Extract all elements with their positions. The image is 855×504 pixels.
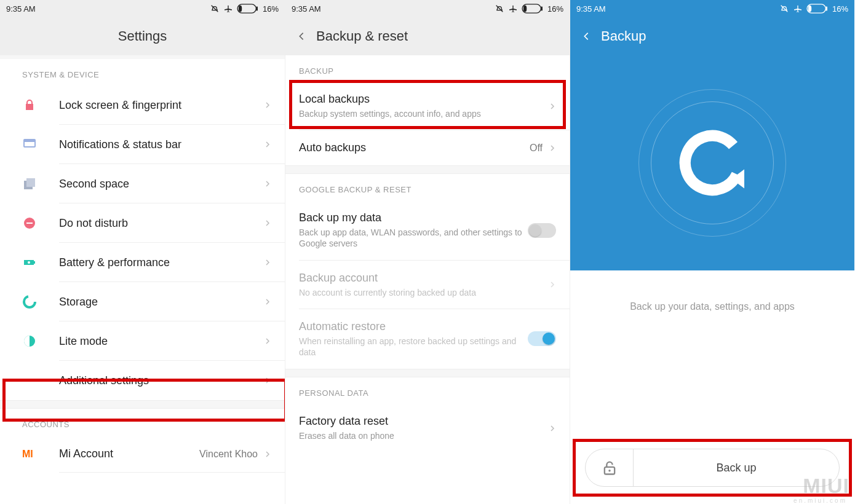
row-factory-reset[interactable]: Factory data reset Erases all data on ph… — [285, 404, 570, 452]
svg-rect-18 — [541, 6, 543, 10]
backup-button-label: Back up — [716, 462, 756, 474]
row-second-space[interactable]: Second space — [0, 164, 285, 203]
unlock-icon — [601, 459, 618, 476]
row-label: Battery & performance — [59, 256, 264, 269]
row-title: Automatic restore — [299, 320, 528, 333]
row-title: Auto backups — [299, 141, 530, 154]
row-additional-settings[interactable]: Additional settings — [0, 361, 285, 400]
chevron-right-icon — [264, 298, 271, 305]
row-local-backups[interactable]: Local backups Backup system settings, ac… — [285, 82, 570, 130]
row-dnd[interactable]: Do not disturb — [0, 203, 285, 243]
svg-rect-10 — [34, 261, 35, 264]
row-label: Notifications & status bar — [59, 138, 264, 151]
chevron-right-icon — [264, 141, 271, 148]
row-label: Second space — [59, 178, 264, 191]
gap — [0, 400, 285, 409]
svg-rect-8 — [26, 222, 33, 224]
svg-point-23 — [676, 127, 748, 199]
battery-icon — [806, 4, 829, 14]
backup-action-bar: Back up — [585, 449, 840, 487]
chevron-right-icon — [549, 144, 556, 152]
row-subtitle: Erases all data on phone — [299, 430, 549, 441]
row-lock-screen[interactable]: Lock screen & fingerprint — [0, 85, 285, 125]
status-right: 16% — [210, 4, 279, 14]
chevron-right-icon — [264, 180, 271, 187]
chevron-right-icon — [264, 219, 271, 227]
gap — [285, 165, 570, 174]
chevron-right-icon — [549, 281, 556, 288]
page-title: Settings — [118, 28, 167, 44]
screen-settings: 9:35 AM 16% Settings SYSTEM & DEVICE Loc… — [0, 0, 285, 504]
section-system-device: SYSTEM & DEVICE — [0, 59, 285, 85]
back-icon[interactable] — [296, 31, 306, 41]
svg-rect-1 — [256, 6, 258, 10]
row-value: Vincent Khoo — [199, 449, 258, 460]
statusbar: 9:35 AM 16% — [285, 0, 570, 17]
row-subtitle: Back up app data, WLAN passwords, and ot… — [299, 227, 528, 249]
row-backup-account[interactable]: Backup account No account is currently s… — [285, 261, 570, 309]
row-storage[interactable]: Storage — [0, 282, 285, 321]
backup-hero — [570, 55, 854, 270]
battery-icon — [522, 4, 544, 14]
backup-loop-icon — [672, 123, 752, 203]
row-title: Back up my data — [299, 211, 528, 224]
airplane-icon — [508, 4, 518, 14]
status-right: 16% — [779, 4, 848, 14]
svg-point-14 — [25, 379, 27, 382]
status-time: 9:35 AM — [6, 4, 36, 14]
page-title: Backup & reset — [316, 28, 408, 44]
chevron-right-icon — [264, 259, 271, 266]
status-time: 9:35 AM — [576, 4, 606, 14]
row-backup-my-data[interactable]: Back up my data Back up app data, WLAN p… — [285, 200, 570, 260]
airplane-icon — [793, 4, 803, 14]
row-title: Local backups — [299, 93, 549, 106]
svg-point-15 — [28, 379, 31, 382]
miui-watermark-sub: en.miui.com — [793, 497, 847, 504]
chevron-right-icon — [549, 425, 556, 432]
toggle-backup-my-data[interactable] — [528, 223, 556, 238]
back-icon[interactable] — [581, 31, 591, 41]
storage-icon — [22, 294, 37, 309]
row-label: Storage — [59, 296, 264, 309]
chevron-right-icon — [549, 103, 556, 110]
chevron-right-icon — [264, 101, 271, 109]
svg-point-16 — [32, 379, 34, 382]
alarm-off-icon — [495, 4, 504, 14]
row-lite-mode[interactable]: Lite mode — [0, 321, 285, 361]
row-subtitle: Backup system settings, account info, an… — [299, 108, 549, 119]
row-title: Factory data reset — [299, 415, 549, 428]
page-title: Backup — [601, 28, 646, 44]
miui-watermark: MIUI — [803, 474, 849, 498]
row-label: Do not disturb — [59, 217, 264, 230]
svg-rect-22 — [808, 6, 811, 12]
row-automatic-restore[interactable]: Automatic restore When reinstalling an a… — [285, 309, 570, 369]
row-auto-backups[interactable]: Auto backups Off — [285, 130, 570, 165]
row-subtitle: When reinstalling an app, restore backed… — [299, 336, 528, 358]
battery-icon — [22, 255, 37, 270]
alarm-off-icon — [779, 4, 789, 14]
lite-mode-icon — [22, 334, 37, 348]
section-backup: BACKUP — [285, 55, 570, 82]
row-label: Lock screen & fingerprint — [59, 99, 264, 112]
status-right: 16% — [495, 4, 563, 14]
row-title: Backup account — [299, 272, 549, 285]
toggle-auto-restore[interactable] — [528, 331, 556, 346]
svg-rect-4 — [24, 140, 35, 142]
chevron-right-icon — [264, 451, 271, 458]
screen-backup-reset: 9:35 AM 16% Backup & reset BACKUP Local … — [285, 0, 570, 504]
svg-point-25 — [608, 470, 611, 472]
screen-backup: 9:35 AM 16% Backup Back up your data, se… — [570, 0, 854, 504]
status-battery: 16% — [263, 4, 279, 14]
svg-rect-21 — [825, 6, 827, 10]
lock-toggle-button[interactable] — [586, 449, 634, 486]
svg-point-12 — [24, 296, 35, 307]
svg-rect-6 — [26, 178, 35, 187]
row-battery-perf[interactable]: Battery & performance — [0, 243, 285, 282]
status-battery: 16% — [832, 4, 848, 14]
airplane-icon — [223, 4, 233, 14]
svg-rect-2 — [239, 6, 242, 12]
row-notifications[interactable]: Notifications & status bar — [0, 125, 285, 164]
row-mi-account[interactable]: MI Mi Account Vincent Khoo — [0, 435, 285, 473]
chevron-right-icon — [264, 377, 271, 384]
header: Backup & reset — [285, 17, 570, 55]
